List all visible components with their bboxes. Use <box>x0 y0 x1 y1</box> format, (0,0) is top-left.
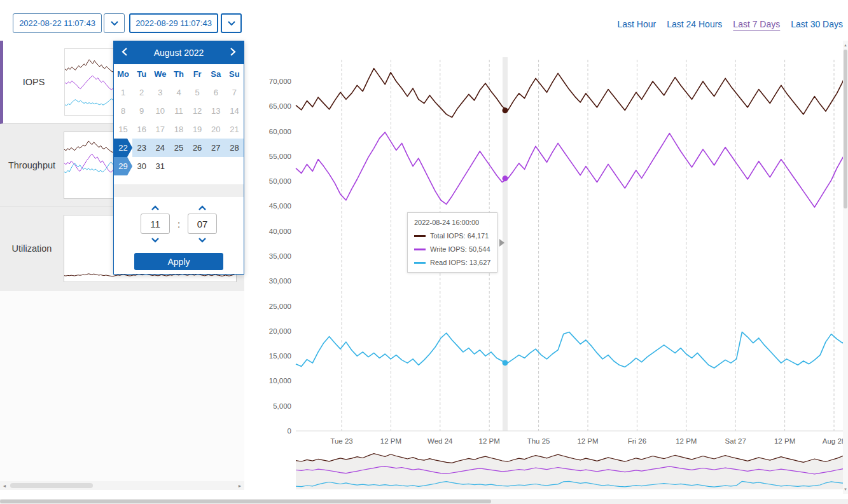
previous-month-button[interactable] <box>120 46 129 60</box>
calendar-day-20[interactable]: 20 <box>207 120 225 139</box>
chart-tooltip: 2022-08-24 16:00:00 Total IOPS: 64,171Wr… <box>407 212 497 273</box>
tooltip-row: Total IOPS: 64,171 <box>414 232 490 240</box>
calendar-day-14[interactable]: 14 <box>225 102 244 120</box>
hover-dot-read-iops <box>502 360 508 365</box>
calendar-day-5[interactable]: 5 <box>188 83 207 102</box>
calendar-day-30[interactable]: 30 <box>132 157 151 175</box>
legend-swatch-icon <box>414 262 426 264</box>
calendar-day-23[interactable]: 23 <box>132 139 151 157</box>
calendar-grid: 1234567891011121314151617181920212223242… <box>114 83 244 175</box>
calendar-day-22[interactable]: 22 <box>114 139 132 157</box>
y-tick-label: 45,000 <box>269 202 291 210</box>
tooltip-value: Read IOPS: 13,627 <box>430 259 490 266</box>
calendar-day-15[interactable]: 15 <box>114 120 132 139</box>
time-picker: : <box>114 203 244 244</box>
calendar-day-10[interactable]: 10 <box>151 102 169 120</box>
calendar-day-29[interactable]: 29 <box>114 157 132 175</box>
calendar-day-13[interactable]: 13 <box>207 102 225 120</box>
calendar-day-12[interactable]: 12 <box>188 102 207 120</box>
calendar-day-26[interactable]: 26 <box>188 139 207 157</box>
y-tick-label: 15,000 <box>269 352 291 360</box>
day-header-su: Su <box>225 64 244 83</box>
y-tick-label: 30,000 <box>269 277 291 285</box>
calendar-day-1[interactable]: 1 <box>114 83 132 102</box>
quick-range-last-24-hours[interactable]: Last 24 Hours <box>667 19 722 29</box>
calendar-day-16[interactable]: 16 <box>132 120 151 139</box>
x-tick-label: Thu 25 <box>527 437 550 445</box>
start-date-dropdown-button[interactable] <box>104 13 125 33</box>
chevron-up-icon <box>151 203 160 213</box>
start-datetime-input[interactable] <box>13 13 102 33</box>
sidebar-horizontal-scrollbar[interactable]: ◄ ► <box>0 481 244 490</box>
x-tick-label: 12 PM <box>676 437 697 445</box>
scroll-left-arrow-icon[interactable]: ◄ <box>0 481 9 490</box>
calendar-day-18[interactable]: 18 <box>169 120 188 139</box>
calendar-day-8[interactable]: 8 <box>114 102 132 120</box>
quick-range-last-7-days[interactable]: Last 7 Days <box>733 19 780 29</box>
scroll-down-arrow-icon[interactable]: ▼ <box>843 486 848 493</box>
y-tick-label: 5,000 <box>273 402 291 410</box>
hour-input[interactable] <box>141 214 170 234</box>
day-header-sa: Sa <box>207 64 225 83</box>
apply-button[interactable]: Apply <box>134 253 223 270</box>
chevron-left-icon <box>122 47 128 58</box>
quick-range-last-hour[interactable]: Last Hour <box>617 19 656 29</box>
minute-input[interactable] <box>188 214 217 234</box>
calendar-day-9[interactable]: 9 <box>132 102 151 120</box>
x-tick-label: 12 PM <box>380 437 401 445</box>
hour-decrement-button[interactable] <box>141 235 170 244</box>
y-tick-label: 35,000 <box>269 252 291 260</box>
chevron-down-icon <box>227 18 236 28</box>
end-date-dropdown-button[interactable] <box>221 13 242 33</box>
calendar-day-headers: MoTuWeThFrSaSu <box>114 64 244 83</box>
scroll-up-arrow-icon[interactable]: ▲ <box>843 42 848 48</box>
calendar-empty-cell <box>188 157 207 175</box>
calendar-day-19[interactable]: 19 <box>188 120 207 139</box>
horizontal-scrollbar[interactable] <box>0 499 848 504</box>
hour-increment-button[interactable] <box>141 203 170 212</box>
scroll-right-arrow-icon[interactable]: ► <box>235 481 244 490</box>
calendar-header: August 2022 <box>114 41 244 64</box>
minute-increment-button[interactable] <box>188 203 217 212</box>
chevron-down-icon <box>110 18 119 28</box>
hover-dot-write-iops <box>502 175 508 181</box>
x-tick-label: Tue 23 <box>330 437 352 445</box>
calendar-day-28[interactable]: 28 <box>225 139 244 157</box>
scrollbar-thumb[interactable] <box>844 50 847 208</box>
legend-swatch-icon <box>414 235 426 237</box>
calendar-day-4[interactable]: 4 <box>169 83 188 102</box>
end-datetime-input[interactable] <box>129 13 218 33</box>
quick-range-links: Last HourLast 24 HoursLast 7 DaysLast 30… <box>617 19 843 29</box>
day-header-th: Th <box>169 64 188 83</box>
x-tick-label: 12 PM <box>577 437 598 445</box>
calendar-day-11[interactable]: 11 <box>169 102 188 120</box>
x-tick-label: 12 PM <box>774 437 795 445</box>
y-tick-label: 55,000 <box>269 153 291 160</box>
minute-decrement-button[interactable] <box>188 235 217 244</box>
calendar-day-21[interactable]: 21 <box>225 120 244 139</box>
tooltip-collapse-arrow-icon[interactable] <box>499 239 504 247</box>
scrollbar-thumb[interactable] <box>0 500 491 503</box>
quick-range-last-30-days[interactable]: Last 30 Days <box>791 19 843 29</box>
time-separator: : <box>170 219 188 229</box>
series-line-total-iops <box>296 69 848 118</box>
metric-label-throughput: Throughput <box>0 124 64 207</box>
x-tick-label: Aug 28 <box>823 437 845 445</box>
series-line-read-iops <box>296 332 848 368</box>
iops-line-chart[interactable]: Tue 2312 PMWed 2412 PMThu 2512 PMFri 261… <box>254 41 848 499</box>
calendar-day-31[interactable]: 31 <box>151 157 169 175</box>
calendar-day-6[interactable]: 6 <box>207 83 225 102</box>
calendar-day-7[interactable]: 7 <box>225 83 244 102</box>
scrollbar-thumb[interactable] <box>10 483 93 488</box>
calendar-day-2[interactable]: 2 <box>132 83 151 102</box>
y-tick-label: 0 <box>288 427 291 435</box>
calendar-day-25[interactable]: 25 <box>169 139 188 157</box>
hover-dot-total-iops <box>502 107 508 113</box>
calendar-day-17[interactable]: 17 <box>151 120 169 139</box>
chart-area[interactable]: Tue 2312 PMWed 2412 PMThu 2512 PMFri 261… <box>254 41 848 499</box>
calendar-day-27[interactable]: 27 <box>207 139 225 157</box>
vertical-scrollbar[interactable]: ▲ ▼ <box>843 41 848 494</box>
next-month-button[interactable] <box>228 46 237 60</box>
calendar-day-3[interactable]: 3 <box>151 83 169 102</box>
calendar-day-24[interactable]: 24 <box>151 139 169 157</box>
